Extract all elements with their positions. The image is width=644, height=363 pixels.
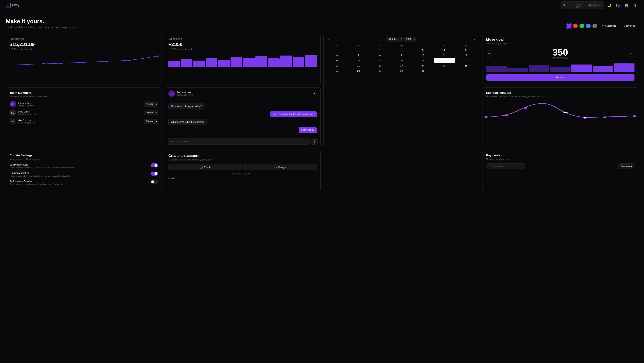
theme-dot-purple[interactable]: ✓ — [566, 24, 571, 28]
cal-day-1[interactable]: 1 — [370, 48, 390, 52]
member-info-sofia: Sofia Davis sofia@example.com — [18, 110, 142, 115]
bar-1 — [168, 61, 180, 67]
chat-header: JL Jackson Lee p@example.com + — [165, 88, 320, 100]
move-goal-title: Move goal — [486, 38, 634, 42]
search-placeholder: Search docs — [576, 3, 587, 8]
svg-point-11 — [524, 107, 528, 109]
logo[interactable]: ◇ rafty — [6, 3, 19, 8]
calendar-month-dropdown[interactable]: October — [386, 37, 402, 42]
twitter-icon[interactable] — [632, 2, 638, 9]
cal-day-10[interactable]: 10 — [412, 53, 434, 58]
theme-dot-red[interactable] — [573, 24, 578, 28]
subscriptions-title: Subscriptions — [168, 38, 317, 40]
create-account-card: Create an account Enter your email below… — [164, 150, 320, 192]
cal-day-3[interactable]: 3 — [412, 48, 434, 52]
create-account-subtitle: Enter your email below to create your ac… — [168, 158, 317, 161]
cal-day-6[interactable]: 6 — [326, 53, 348, 58]
calendar-prev-button[interactable]: ‹ — [326, 37, 330, 42]
cal-day-13[interactable]: 13 — [326, 58, 348, 63]
bar-4 — [206, 58, 218, 67]
set-goal-button[interactable]: Set Goal — [486, 74, 634, 81]
cal-day-empty-2 — [348, 48, 369, 52]
svg-point-2 — [59, 63, 62, 64]
github-icon[interactable] — [614, 2, 621, 9]
cal-day-15[interactable]: 15 — [370, 58, 390, 63]
dashboard-grid: Total Revenue $15,231.89 +20.1% from las… — [6, 34, 638, 192]
theme-toggle-button[interactable]: 🌙 — [606, 2, 612, 9]
chat-add-button[interactable]: + — [312, 91, 317, 96]
chat-messages: Hi, how can I help you today? Hey, I'm h… — [165, 100, 320, 136]
cal-day-21[interactable]: 21 — [348, 63, 369, 68]
chat-send-button[interactable] — [311, 138, 318, 145]
bar-12 — [305, 55, 317, 67]
avatar-jackson: JL — [10, 101, 16, 107]
cal-day-2[interactable]: 2 — [391, 48, 412, 52]
toggle-track-functional — [151, 172, 158, 176]
cal-day-23[interactable]: 23 — [391, 63, 412, 68]
theme-dot-green[interactable] — [580, 24, 584, 28]
cookie-toggle-performance[interactable] — [151, 180, 158, 184]
team-member-max: ME Max Escobar max@example.com ViewerEdi… — [10, 118, 158, 124]
cal-day-18-today[interactable]: 18 — [434, 58, 455, 63]
svg-point-14 — [583, 117, 587, 118]
chat-input[interactable] — [168, 138, 310, 145]
weekday-tu: Tu — [370, 44, 390, 47]
cookie-item-functional-header: Functional Cookies These cookies allow t… — [10, 172, 158, 177]
svg-point-17 — [632, 115, 636, 117]
cookie-item-performance-header: Performance Cookies These cookies help t… — [10, 180, 158, 185]
filter-emails-input[interactable] — [486, 163, 524, 169]
cookie-toggle-strictly[interactable] — [151, 163, 158, 167]
cal-day-26[interactable]: 26 — [455, 63, 476, 68]
cal-day-4[interactable]: 4 — [434, 48, 455, 52]
cal-day-20[interactable]: 20 — [326, 63, 348, 68]
cal-day-14[interactable]: 14 — [348, 58, 369, 63]
cal-day-17[interactable]: 17 — [412, 58, 434, 63]
cal-day-5[interactable]: 5 — [455, 48, 476, 52]
cookie-toggle-functional[interactable] — [151, 172, 158, 176]
cal-day-30[interactable]: 30 — [391, 68, 412, 73]
cal-day-28[interactable]: 28 — [348, 68, 369, 73]
cal-day-25[interactable]: 25 — [434, 63, 455, 68]
goal-bar-7 — [614, 64, 634, 72]
goal-decrease-button[interactable]: − — [486, 50, 492, 56]
cal-day-31[interactable]: 31 — [412, 68, 434, 73]
main-content: Make it yours. Hand-picked themes that y… — [0, 11, 644, 198]
role-select-max[interactable]: ViewerEditorAdmin — [144, 119, 158, 124]
cal-day-8[interactable]: 8 — [370, 53, 390, 58]
chat-user-info: Jackson Lee p@example.com — [177, 91, 193, 96]
svg-point-13 — [563, 112, 567, 113]
cal-day-12[interactable]: 12 — [455, 53, 476, 58]
cal-day-7[interactable]: 7 — [348, 53, 369, 58]
calendar-header: ‹ October 2023 › — [326, 37, 476, 42]
cal-day-16[interactable]: 16 — [391, 58, 412, 63]
svg-point-0 — [25, 64, 28, 65]
google-oauth-button[interactable]: Google — [243, 164, 317, 170]
member-email-max: max@example.com — [18, 122, 142, 124]
calendar-card: ‹ October 2023 › Su Mo Tu We Th Fr S — [324, 34, 480, 147]
cal-day-9[interactable]: 9 — [391, 53, 412, 58]
chat-card: JL Jackson Lee p@example.com + Hi, how c… — [164, 87, 320, 147]
calendar-next-button[interactable]: › — [472, 37, 476, 42]
cal-day-11[interactable]: 11 — [434, 53, 455, 58]
customize-button[interactable]: ✏ Customize — [599, 23, 619, 29]
role-select-sofia[interactable]: ViewerEditorAdmin — [144, 110, 158, 115]
theme-dot-blue[interactable] — [586, 24, 591, 28]
discord-icon[interactable] — [623, 2, 630, 9]
cal-day-24[interactable]: 24 — [412, 63, 434, 68]
copy-code-button[interactable]: Copy code — [621, 23, 638, 29]
cal-day-19[interactable]: 19 — [455, 58, 476, 63]
cal-day-29[interactable]: 29 — [370, 68, 390, 73]
github-oauth-button[interactable]: Github — [168, 164, 242, 170]
role-select-jackson[interactable]: ViewerEditorAdmin — [144, 102, 158, 106]
search-bar[interactable]: 🔍 Search docs ⌘ + K — [560, 2, 604, 9]
cal-day-22[interactable]: 22 — [370, 63, 390, 68]
revenue-amount: $15,231.89 — [10, 42, 158, 47]
move-goal-card: Move goal Set your daily activity goal −… — [482, 34, 638, 84]
cal-day-27[interactable]: 27 — [326, 68, 348, 73]
theme-dot-gray[interactable] — [592, 24, 597, 28]
goal-value: 350 CALORIES/DAY — [552, 48, 568, 59]
goal-increase-button[interactable]: + — [628, 50, 634, 56]
calendar-year-dropdown[interactable]: 2023 — [404, 37, 416, 42]
columns-button[interactable]: Columns ▾ — [618, 163, 634, 169]
svg-point-15 — [603, 116, 607, 118]
